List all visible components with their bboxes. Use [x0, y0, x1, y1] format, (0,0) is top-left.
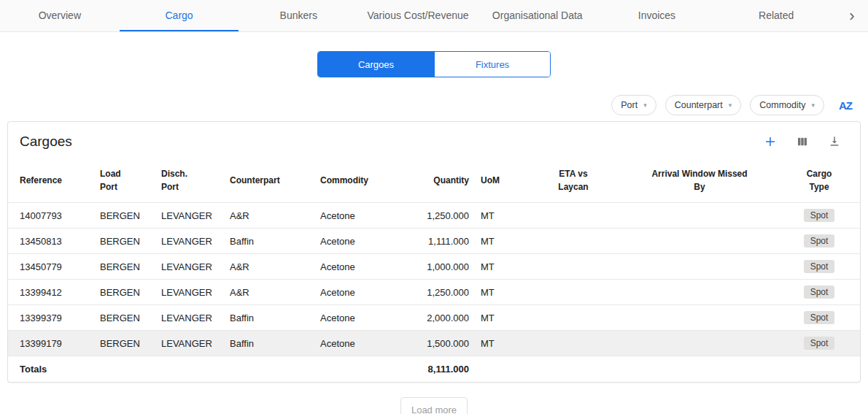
cell-quantity: 2,000.000	[408, 305, 475, 331]
column-header-cargo-type: CargoType	[778, 161, 860, 203]
cell-uom: MT	[475, 331, 526, 356]
cell-disch-port: LEVANGER	[155, 280, 224, 305]
column-header-uom: UoM	[475, 161, 526, 203]
page-title: Cargoes	[20, 134, 72, 150]
cell-disch-port: LEVANGER	[155, 203, 224, 229]
nav-tab-various-cost-revenue[interactable]: Various Cost/Revenue	[358, 0, 478, 31]
cell-disch-port: LEVANGER	[155, 331, 224, 356]
cell-arrival-window-missed-by	[621, 280, 778, 305]
filter-chip-port[interactable]: Port▾	[611, 95, 656, 115]
cargo-type-badge: Spot	[804, 311, 835, 324]
cargo-type-badge: Spot	[804, 285, 835, 299]
cell-eta-vs-laycan	[526, 229, 621, 254]
cargo-type-badge: Spot	[804, 337, 835, 350]
nav-tabs: OverviewCargoBunkersVarious Cost/Revenue…	[0, 0, 836, 31]
cell-load-port: BERGEN	[94, 280, 155, 305]
totals-empty-cell	[778, 356, 860, 383]
filter-chip-counterpart[interactable]: Counterpart▾	[665, 95, 742, 115]
totals-row: Totals8,111.000	[8, 356, 860, 383]
cell-counterpart: Baffin	[224, 229, 314, 254]
filter-chip-label: Commodity	[759, 100, 805, 110]
filter-chip-label: Counterpart	[675, 100, 723, 110]
table-row[interactable]: 13399412BERGENLEVANGERA&RAcetone1,250.00…	[8, 280, 860, 305]
column-header-eta-vs-laycan: ETA vsLaycan	[526, 161, 621, 203]
columns-icon[interactable]	[796, 135, 809, 148]
chevron-down-icon: ▾	[811, 101, 815, 109]
view-toggle-wrap: CargoesFixtures	[0, 51, 868, 77]
cell-quantity: 1,111.000	[408, 229, 475, 254]
cell-commodity: Acetone	[314, 229, 408, 254]
table-header-row: ReferenceLoadPortDisch.PortCounterpartCo…	[8, 161, 860, 203]
cell-eta-vs-laycan	[526, 331, 621, 356]
nav-tab-bunkers[interactable]: Bunkers	[239, 0, 358, 31]
cell-arrival-window-missed-by	[621, 331, 778, 356]
download-icon[interactable]	[828, 135, 841, 148]
cargo-type-badge: Spot	[804, 209, 835, 222]
filter-bar: Port▾Counterpart▾Commodity▾ AZ	[0, 95, 852, 115]
cell-cargo-type: Spot	[778, 305, 860, 331]
cell-commodity: Acetone	[314, 254, 408, 280]
table-row[interactable]: 13450779BERGENLEVANGERA&RAcetone1,000.00…	[8, 254, 860, 280]
column-header-arrival-window-missed-by: Arrival Window MissedBy	[621, 161, 778, 203]
cell-uom: MT	[475, 203, 526, 229]
cell-reference: 13399379	[8, 305, 94, 331]
cell-load-port: BERGEN	[94, 203, 155, 229]
add-icon[interactable]	[764, 135, 777, 148]
cell-cargo-type: Spot	[778, 254, 860, 280]
card-actions	[764, 135, 841, 148]
top-navigation: OverviewCargoBunkersVarious Cost/Revenue…	[0, 0, 868, 32]
cell-commodity: Acetone	[314, 280, 408, 305]
table-row[interactable]: 13450813BERGENLEVANGERBaffinAcetone1,111…	[8, 229, 860, 254]
cell-reference: 13399412	[8, 280, 94, 305]
cargoes-table: ReferenceLoadPortDisch.PortCounterpartCo…	[8, 161, 860, 382]
nav-scroll-right-button[interactable]: ›	[836, 0, 868, 31]
chevron-down-icon: ▾	[643, 101, 647, 109]
table-row[interactable]: 13399379BERGENLEVANGERBaffinAcetone2,000…	[8, 305, 860, 331]
cell-load-port: BERGEN	[94, 331, 155, 356]
cell-counterpart: Baffin	[224, 331, 314, 356]
column-header-counterpart: Counterpart	[224, 161, 314, 203]
cargo-type-badge: Spot	[804, 234, 835, 248]
column-header-commodity: Commodity	[314, 161, 408, 203]
totals-quantity: 8,111.000	[408, 356, 475, 383]
column-header-load-port: LoadPort	[94, 161, 155, 203]
filter-chip-commodity[interactable]: Commodity▾	[750, 95, 824, 115]
totals-empty-cell	[621, 356, 778, 383]
cell-eta-vs-laycan	[526, 305, 621, 331]
nav-tab-cargo[interactable]: Cargo	[120, 0, 239, 31]
sort-alphabetical-icon[interactable]: AZ	[839, 99, 852, 112]
cell-load-port: BERGEN	[94, 254, 155, 280]
nav-tab-related[interactable]: Related	[716, 0, 836, 31]
cell-eta-vs-laycan	[526, 280, 621, 305]
cell-reference: 13450779	[8, 254, 94, 280]
cell-uom: MT	[475, 254, 526, 280]
totals-label: Totals	[8, 356, 94, 383]
cell-cargo-type: Spot	[778, 331, 860, 356]
cell-cargo-type: Spot	[778, 203, 860, 229]
cell-quantity: 1,250.000	[408, 203, 475, 229]
cell-arrival-window-missed-by	[621, 203, 778, 229]
cell-quantity: 1,250.000	[408, 280, 475, 305]
nav-tab-invoices[interactable]: Invoices	[597, 0, 717, 31]
cell-quantity: 1,000.000	[408, 254, 475, 280]
toggle-cargoes[interactable]: Cargoes	[318, 52, 434, 77]
filter-chip-label: Port	[621, 100, 638, 110]
load-more-button[interactable]: Load more	[400, 397, 468, 414]
totals-empty-cell	[475, 356, 526, 383]
totals-empty-cell	[94, 356, 155, 383]
cell-disch-port: LEVANGER	[155, 305, 224, 331]
cell-eta-vs-laycan	[526, 203, 621, 229]
cell-arrival-window-missed-by	[621, 305, 778, 331]
table-row[interactable]: 13399179BERGENLEVANGERBaffinAcetone1,500…	[8, 331, 860, 356]
toggle-fixtures[interactable]: Fixtures	[434, 52, 550, 77]
cell-quantity: 1,500.000	[408, 331, 475, 356]
cell-counterpart: Baffin	[224, 305, 314, 331]
totals-empty-cell	[224, 356, 314, 383]
nav-tab-organisational-data[interactable]: Organisational Data	[478, 0, 597, 31]
cell-cargo-type: Spot	[778, 280, 860, 305]
nav-tab-overview[interactable]: Overview	[0, 0, 120, 31]
cell-commodity: Acetone	[314, 203, 408, 229]
table-row[interactable]: 14007793BERGENLEVANGERA&RAcetone1,250.00…	[8, 203, 860, 229]
cell-reference: 13399179	[8, 331, 94, 356]
column-header-quantity: Quantity	[408, 161, 475, 203]
